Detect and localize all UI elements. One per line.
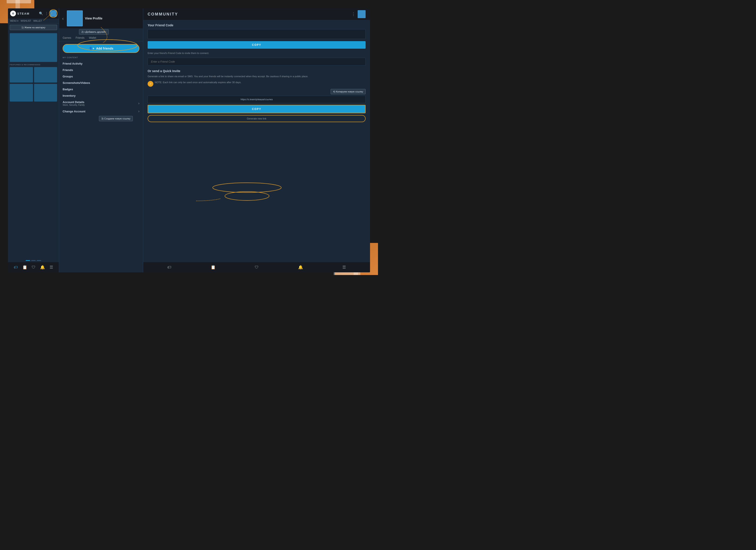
annotation-click-avatar: 1) Жмем на аватарку: [10, 25, 57, 30]
profile-panel: ‹ View Profile 2) «Добавить друзей» Game…: [59, 8, 143, 273]
bottom-nav-store-icon[interactable]: 🏷: [14, 265, 18, 270]
copy-friend-code-button[interactable]: COPY: [148, 41, 366, 49]
nav-wishlist[interactable]: WISHLIST: [21, 20, 31, 22]
quick-invite-title: Or send a Quick Invite: [148, 69, 366, 73]
nav-wallet[interactable]: WALLET: [33, 20, 42, 22]
menu-item-groups[interactable]: Groups: [63, 73, 139, 80]
quick-invite-description: Generate a link to share via email or SM…: [148, 75, 366, 79]
generate-new-link-button[interactable]: Generate new link: [148, 115, 366, 122]
menu-item-change-account[interactable]: Change Account ›: [63, 108, 139, 115]
back-arrow-icon[interactable]: ‹: [62, 16, 64, 21]
search-icon[interactable]: 🔍: [39, 12, 43, 15]
add-friends-button[interactable]: 👤+ Add friends: [63, 44, 139, 53]
friend-code-display: [148, 29, 366, 39]
add-friends-icon: 👤+: [89, 47, 94, 50]
community-bottom-bell-icon[interactable]: 🔔: [298, 265, 303, 270]
community-bottom-nav: 🏷 📋 🛡 🔔 ☰: [143, 262, 370, 273]
menu-item-friend-activity[interactable]: Friend Activity: [63, 60, 139, 67]
invite-link-display: https://s.team/p/ваша/ссылка: [148, 96, 366, 103]
add-friends-label: Add friends: [96, 47, 113, 50]
profile-header: ‹ View Profile: [59, 8, 143, 28]
menu-item-inventory[interactable]: Inventory: [63, 93, 139, 99]
community-header: COMMUNITY ⋮: [143, 8, 370, 20]
menu-item-friends[interactable]: Friends: [63, 67, 139, 73]
annotation-add-friends: 2) «Добавить друзей»: [79, 29, 109, 35]
tab-games[interactable]: Games: [63, 35, 71, 41]
community-bottom-list-icon[interactable]: 📋: [211, 265, 216, 270]
steam-header: ⊙ STEAM 🔍 ⋮: [8, 8, 59, 19]
menu-item-account-details[interactable]: Account Details Store, Security, Family …: [63, 99, 139, 108]
community-bottom-tag-icon[interactable]: 🏷: [167, 265, 171, 270]
steam-panel: ⊙ STEAM 🔍 ⋮ MENU ▾ WISHLIST WALLET: [8, 8, 59, 273]
bottom-nav-bell-icon[interactable]: 🔔: [40, 265, 45, 270]
tab-wallet[interactable]: Wallet: [89, 35, 96, 41]
bottom-nav-menu-icon[interactable]: ☰: [50, 265, 53, 270]
bottom-nav-library-icon[interactable]: 📋: [22, 265, 27, 270]
menu-item-badges[interactable]: Badges: [63, 86, 139, 93]
my-content-section: MY CONTENT Friend Activity Friends Group…: [59, 56, 143, 273]
community-panel: COMMUNITY ⋮ Your Friend Code COPY: [143, 8, 370, 273]
tab-friends[interactable]: Friends: [76, 35, 85, 41]
menu-item-screenshots[interactable]: Screenshots/Videos: [63, 80, 139, 86]
bottom-nav-shield-icon[interactable]: 🛡: [32, 265, 36, 270]
annotation-generate-link: 3) Создаем новую ссылку: [99, 116, 133, 121]
nav-menu[interactable]: MENU ▾: [10, 20, 18, 22]
steam-nav: MENU ▾ WISHLIST WALLET: [8, 19, 59, 23]
steam-main-content: FEATURED & RECOMMENDED: [8, 31, 59, 259]
steam-bottom-nav: 🏷 📋 🛡 🔔 ☰: [8, 262, 59, 273]
friend-code-input[interactable]: [148, 58, 366, 66]
profile-tabs: Games Friends Wallet: [59, 35, 143, 41]
community-bottom-menu-icon[interactable]: ☰: [342, 265, 346, 270]
check-icon-overlay: ✓: [148, 81, 153, 87]
community-avatar: [358, 10, 366, 18]
friend-code-description: Enter your friend's Friend Code to invit…: [148, 51, 366, 55]
friend-code-section: Your Friend Code COPY Enter your friend'…: [143, 20, 370, 126]
featured-label: FEATURED & RECOMMENDED: [10, 64, 57, 66]
avatar-highlight-ring: [49, 9, 58, 18]
my-content-label: MY CONTENT: [63, 56, 139, 59]
community-more-icon[interactable]: ⋮: [351, 12, 355, 17]
community-title: COMMUNITY: [148, 12, 178, 17]
friend-code-title: Your Friend Code: [148, 23, 366, 27]
steam-icon: ⊙: [10, 11, 16, 16]
note-text: ✓ NOTE: Each link can only be used once …: [148, 81, 366, 87]
community-bottom-shield-icon[interactable]: 🛡: [255, 265, 259, 270]
view-profile-button[interactable]: View Profile: [85, 17, 140, 20]
annotation-copy-link: 4) Копируем новую ссылку: [148, 89, 366, 94]
more-icon[interactable]: ⋮: [45, 12, 48, 15]
steam-logo-text: STEAM: [17, 12, 30, 15]
copy-invite-link-button[interactable]: COPY: [148, 105, 366, 113]
profile-avatar: [67, 10, 83, 26]
